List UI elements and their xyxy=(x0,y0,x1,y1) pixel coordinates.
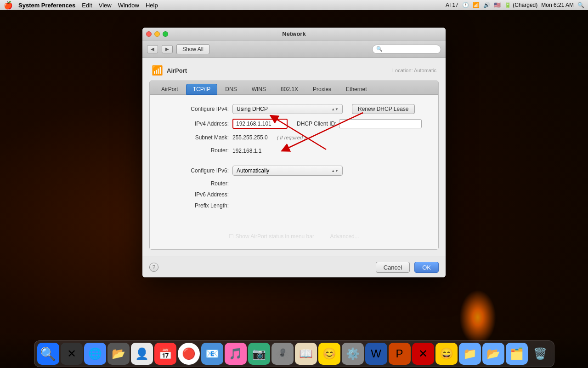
dock-trash[interactable]: 🗑️ xyxy=(529,343,551,365)
menu-window[interactable]: Window xyxy=(118,2,139,9)
dock-address-book[interactable]: 👤 xyxy=(131,343,153,365)
dock-iphoto[interactable]: 📷 xyxy=(248,343,270,365)
dock-icons: 🔍 ✕ 🌐 📂 👤 📅 🔴 📧 🎵 📷 🕷️ 📖 😊 ⚙️ W P ✕ 😄 📁 … xyxy=(34,340,554,367)
titlebar: Network xyxy=(142,28,446,40)
show-all-button[interactable]: Show All xyxy=(176,44,209,54)
dock-face[interactable]: 😊 xyxy=(318,343,340,365)
ipv4-address-value[interactable]: 192.168.1.101 xyxy=(232,119,288,129)
cancel-button[interactable]: Cancel xyxy=(376,262,410,273)
dock-x11[interactable]: ✕ xyxy=(61,343,83,365)
router-row: Router: 192.168.1.1 xyxy=(159,146,429,155)
apple-menu[interactable]: 🍎 xyxy=(4,1,13,10)
router6-label: Router: xyxy=(159,180,232,187)
select-arrow-ipv6-icon: ▲▼ xyxy=(331,169,339,173)
tab-tcpip[interactable]: TCP/IP xyxy=(186,84,218,95)
volume-icon[interactable]: 🔊 xyxy=(483,2,490,8)
show-airport-status: ☐ Show AirPort status in menu bar Advanc… xyxy=(159,232,429,240)
subnet-mask-value: 255.255.255.0 xyxy=(232,133,268,142)
menu-edit[interactable]: Edit xyxy=(82,2,92,9)
ipv6-address-row: IPv6 Address: xyxy=(159,191,429,198)
spotlight-icon[interactable]: 🔍 xyxy=(577,2,584,8)
dhcp-client-id-row: DHCP Client ID: xyxy=(297,119,422,128)
dock-dictionary[interactable]: 📖 xyxy=(295,343,317,365)
maximize-button[interactable] xyxy=(163,31,168,37)
configure-ipv6-field: Automatically ▲▼ xyxy=(232,166,429,176)
bottom-actions: Cancel OK xyxy=(376,262,439,273)
prefix-length-row: Prefix Length: xyxy=(159,202,429,209)
ipv4-address-label: IPv4 Address: xyxy=(159,121,232,127)
dock-mail[interactable]: 📧 xyxy=(201,343,223,365)
airport-label: AirPort xyxy=(167,67,187,74)
time-machine-icon[interactable]: 🕐 xyxy=(462,2,469,8)
forward-button[interactable]: ▶ xyxy=(162,45,173,53)
dock-files[interactable]: 📂 xyxy=(107,343,130,365)
minimize-button[interactable] xyxy=(154,31,160,37)
help-button[interactable]: ? xyxy=(149,263,158,272)
dhcp-client-id-input[interactable] xyxy=(339,119,422,128)
menu-view[interactable]: View xyxy=(99,2,112,9)
dock-smiley[interactable]: 😄 xyxy=(435,343,458,365)
traffic-lights xyxy=(146,31,168,37)
network-window: Network ◀ ▶ Show All 🔍 📶 AirPort Locatio… xyxy=(142,28,446,277)
window-title: Network xyxy=(282,30,305,37)
search-box[interactable]: 🔍 xyxy=(372,45,441,54)
tab-bar: AirPort TCP/IP DNS WINS 802.1X Proxies E… xyxy=(150,81,438,95)
configure-ipv4-label: Configure IPv4: xyxy=(159,106,232,112)
subnet-mask-label: Subnet Mask: xyxy=(159,134,232,141)
dhcp-client-id-label: DHCP Client ID: xyxy=(297,121,336,127)
battery-indicator: 🔋 (Charged) xyxy=(504,2,537,8)
tab-airport[interactable]: AirPort xyxy=(154,84,185,95)
toolbar: ◀ ▶ Show All 🔍 xyxy=(142,40,446,58)
configure-ipv4-select[interactable]: Using DHCP ▲▼ xyxy=(232,104,343,114)
dock-prefs[interactable]: ⚙️ xyxy=(342,343,364,365)
dock-x-app[interactable]: ✕ xyxy=(412,343,434,365)
configure-ipv6-select[interactable]: Automatically ▲▼ xyxy=(232,166,343,176)
subnet-mask-row: Subnet Mask: 255.255.255.0 ( If required… xyxy=(159,133,429,142)
airport-header: 📶 AirPort Location: Automatic xyxy=(149,65,439,76)
header-tabs-hint: Location: Automatic xyxy=(392,68,436,73)
back-button[interactable]: ◀ xyxy=(147,45,158,53)
if-required-label: ( If required ) xyxy=(277,135,306,140)
menubar-right: AI 17 🕐 📶 🔊 🇺🇸 🔋 (Charged) Mon 6:21 AM 🔍 xyxy=(446,2,584,8)
dock: 🔍 ✕ 🌐 📂 👤 📅 🔴 📧 🎵 📷 🕷️ 📖 😊 ⚙️ W P ✕ 😄 📁 … xyxy=(0,334,588,368)
select-arrow-icon: ▲▼ xyxy=(331,107,339,111)
wifi-icon: 📶 xyxy=(152,65,163,76)
ipv6-address-label: IPv6 Address: xyxy=(159,191,232,198)
router-label: Router: xyxy=(159,147,232,154)
menu-system-preferences[interactable]: System Preferences xyxy=(18,2,75,9)
dock-finder[interactable]: 🔍 xyxy=(37,343,59,365)
ipv4-address-field: 192.168.1.101 DHCP Client ID: xyxy=(232,119,429,129)
dock-folder3[interactable]: 🗂️ xyxy=(506,343,528,365)
tab-8021x[interactable]: 802.1X xyxy=(274,84,305,95)
menu-help[interactable]: Help xyxy=(146,2,158,9)
flag-icon[interactable]: 🇺🇸 xyxy=(494,2,501,8)
dock-itunes[interactable]: 🎵 xyxy=(225,343,247,365)
configure-ipv4-value: Using DHCP xyxy=(237,106,268,112)
configure-ipv6-label: Configure IPv6: xyxy=(159,167,232,174)
renew-dhcp-button[interactable]: Renew DHCP Lease xyxy=(352,104,415,114)
bottom-bar: ? Cancel OK xyxy=(142,257,446,277)
configure-ipv6-value: Automatically xyxy=(237,167,269,174)
close-button[interactable] xyxy=(146,31,152,37)
dock-word[interactable]: W xyxy=(365,343,387,365)
tab-wins[interactable]: WINS xyxy=(245,84,273,95)
dock-powerpoint[interactable]: P xyxy=(389,343,411,365)
tab-dns[interactable]: DNS xyxy=(218,84,243,95)
dock-folder2[interactable]: 📂 xyxy=(482,343,504,365)
dock-spider[interactable]: 🕷️ xyxy=(271,343,294,365)
subnet-mask-field: 255.255.255.0 ( If required ) xyxy=(232,133,429,142)
content-area: 📶 AirPort Location: Automatic AirPort TC… xyxy=(142,58,446,257)
tcpip-content: Configure IPv4: Using DHCP ▲▼ Renew DHCP… xyxy=(150,95,438,249)
tab-proxies[interactable]: Proxies xyxy=(306,84,338,95)
router6-row: Router: xyxy=(159,180,429,187)
configure-ipv4-field: Using DHCP ▲▼ Renew DHCP Lease xyxy=(232,104,429,114)
dock-chrome[interactable]: 🔴 xyxy=(178,343,200,365)
airport-icon[interactable]: 📶 xyxy=(473,2,480,8)
dock-browser[interactable]: 🌐 xyxy=(84,343,106,365)
tab-container: AirPort TCP/IP DNS WINS 802.1X Proxies E… xyxy=(149,80,439,250)
clock: Mon 6:21 AM xyxy=(541,2,574,8)
tab-ethernet[interactable]: Ethernet xyxy=(339,84,373,95)
ok-button[interactable]: OK xyxy=(414,262,439,273)
dock-folder1[interactable]: 📁 xyxy=(459,343,481,365)
dock-calendar[interactable]: 📅 xyxy=(154,343,176,365)
